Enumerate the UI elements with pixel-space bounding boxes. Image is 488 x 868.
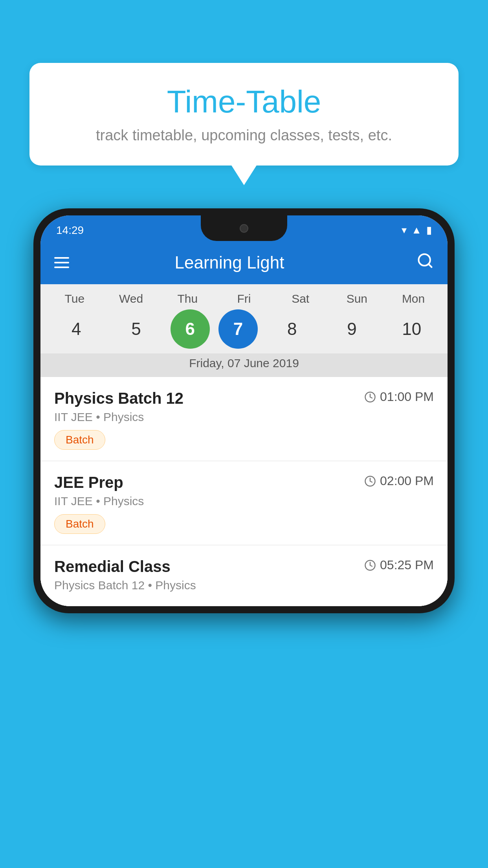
schedule-item-1-sub: IIT JEE • Physics	[54, 410, 434, 424]
signal-icon: ▲	[411, 224, 422, 236]
day-4[interactable]: 4	[51, 309, 102, 349]
clock-icon-3	[364, 559, 376, 571]
speech-bubble-section: Time-Table track timetable, upcoming cla…	[29, 63, 459, 166]
wifi-icon: ▾	[402, 224, 407, 236]
schedule-list: Physics Batch 12 01:00 PM IIT JEE • Phys…	[40, 377, 448, 606]
schedule-item-1-title: Physics Batch 12	[54, 390, 183, 407]
day-label-mon: Mon	[388, 292, 439, 305]
schedule-item-2[interactable]: JEE Prep 02:00 PM IIT JEE • Physics Batc…	[40, 461, 448, 545]
app-bar-title: Learning Light	[81, 253, 378, 272]
schedule-item-1[interactable]: Physics Batch 12 01:00 PM IIT JEE • Phys…	[40, 377, 448, 461]
hamburger-menu-button[interactable]	[54, 257, 69, 268]
search-icon[interactable]	[416, 252, 434, 273]
phone-camera	[240, 224, 248, 233]
calendar-strip: Tue Wed Thu Fri Sat Sun Mon 4 5 6 7 8 9 …	[40, 284, 448, 377]
status-time: 14:29	[56, 224, 84, 237]
hamburger-line-2	[54, 262, 69, 263]
day-8[interactable]: 8	[266, 309, 317, 349]
schedule-item-2-header: JEE Prep 02:00 PM	[54, 474, 434, 491]
phone-mockup: 14:29 ▾ ▲ ▮ Learning Light	[33, 208, 455, 868]
schedule-item-1-time: 01:00 PM	[364, 390, 434, 404]
schedule-item-2-time: 02:00 PM	[364, 474, 434, 488]
app-bar: Learning Light	[40, 241, 448, 284]
batch-badge-1: Batch	[54, 430, 105, 450]
phone-notch	[201, 215, 287, 241]
svg-line-1	[429, 264, 432, 267]
day-7-selected[interactable]: 7	[218, 309, 258, 349]
day-label-sat: Sat	[275, 292, 326, 305]
day-label-wed: Wed	[106, 292, 157, 305]
day-label-sun: Sun	[331, 292, 382, 305]
hamburger-line-1	[54, 257, 69, 259]
schedule-item-3-sub: Physics Batch 12 • Physics	[54, 579, 434, 592]
day-10[interactable]: 10	[386, 309, 437, 349]
clock-icon	[364, 391, 376, 403]
batch-badge-2: Batch	[54, 514, 105, 534]
day-6-today[interactable]: 6	[171, 309, 210, 349]
battery-icon: ▮	[426, 224, 432, 236]
days-header: Tue Wed Thu Fri Sat Sun Mon	[40, 292, 448, 305]
day-5[interactable]: 5	[110, 309, 161, 349]
selected-date-label: Friday, 07 June 2019	[40, 353, 448, 377]
day-label-fri: Fri	[218, 292, 270, 305]
schedule-item-1-header: Physics Batch 12 01:00 PM	[54, 390, 434, 407]
phone-screen: 14:29 ▾ ▲ ▮ Learning Light	[40, 215, 448, 606]
phone-outer: 14:29 ▾ ▲ ▮ Learning Light	[33, 208, 455, 613]
schedule-item-3[interactable]: Remedial Class 05:25 PM Physics Batch 12…	[40, 545, 448, 606]
day-label-tue: Tue	[49, 292, 100, 305]
schedule-item-2-sub: IIT JEE • Physics	[54, 495, 434, 508]
speech-bubble-subtitle: track timetable, upcoming classes, tests…	[53, 127, 435, 144]
speech-bubble-title: Time-Table	[53, 85, 435, 119]
schedule-item-3-header: Remedial Class 05:25 PM	[54, 558, 434, 576]
schedule-item-3-time: 05:25 PM	[364, 558, 434, 572]
days-numbers: 4 5 6 7 8 9 10	[40, 309, 448, 349]
schedule-item-3-title: Remedial Class	[54, 558, 171, 576]
schedule-item-2-title: JEE Prep	[54, 474, 123, 491]
clock-icon-2	[364, 475, 376, 487]
hamburger-line-3	[54, 267, 69, 268]
day-label-thu: Thu	[162, 292, 213, 305]
speech-bubble: Time-Table track timetable, upcoming cla…	[29, 63, 459, 166]
status-icons: ▾ ▲ ▮	[402, 224, 432, 236]
day-9[interactable]: 9	[327, 309, 378, 349]
